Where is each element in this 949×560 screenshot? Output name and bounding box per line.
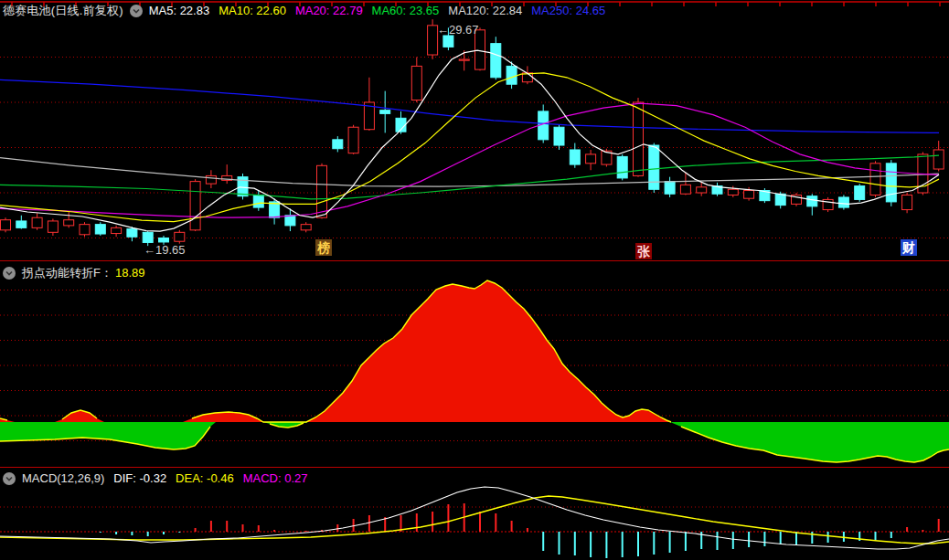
momentum-layer xyxy=(0,280,949,462)
candle xyxy=(902,193,912,213)
grid-layer xyxy=(0,58,949,238)
candle xyxy=(491,37,501,79)
macd-label-0: MACD(12,26,9) xyxy=(22,471,104,485)
candle xyxy=(617,154,627,180)
candle xyxy=(301,222,311,232)
candle xyxy=(95,222,105,236)
ma-label-4: MA120: 22.84 xyxy=(448,4,522,17)
candle xyxy=(333,136,343,152)
candle xyxy=(1,217,11,232)
momentum-down-area xyxy=(0,422,949,462)
candle xyxy=(253,191,263,211)
candle xyxy=(554,125,564,150)
candle xyxy=(175,230,185,244)
candle xyxy=(206,170,216,188)
candle xyxy=(649,143,659,193)
momentum-up-area xyxy=(0,280,949,422)
candle xyxy=(222,164,232,184)
candle xyxy=(570,143,580,168)
ma-labels: MA5: 22.83MA10: 22.60MA20: 22.79MA60: 23… xyxy=(149,4,606,17)
candle xyxy=(317,164,327,219)
candle xyxy=(48,218,58,236)
price-annotation-0: ←29.67 xyxy=(437,23,479,37)
candle xyxy=(697,183,707,196)
candle xyxy=(870,161,880,197)
stock-title: 德赛电池(日线.前复权) xyxy=(3,4,123,17)
momentum-value: 18.89 xyxy=(115,266,145,280)
macd-header: MACD(12,26,9)DIF: -0.32DEA: -0.46MACD: 0… xyxy=(3,471,308,485)
chevron-down-circle-icon[interactable] xyxy=(130,5,143,17)
candle xyxy=(522,66,532,84)
candle xyxy=(270,198,280,224)
candle xyxy=(80,222,90,237)
candle xyxy=(428,19,438,59)
candle xyxy=(665,177,675,197)
macd-layer xyxy=(0,487,949,558)
chevron-down-circle-icon[interactable] xyxy=(3,472,16,485)
chevron-down-circle-icon[interactable] xyxy=(3,267,16,280)
candle xyxy=(855,184,865,202)
ma-label-1: MA10: 22.60 xyxy=(219,4,286,17)
macd-label-2: DEA: -0.46 xyxy=(176,471,234,485)
watermark-badge-1: 张 xyxy=(635,243,652,259)
ma-label-5: MA250: 24.65 xyxy=(531,4,605,17)
candle xyxy=(64,212,74,227)
candle xyxy=(807,194,817,216)
macd-label-3: MACD: 0.27 xyxy=(243,471,308,485)
price-annotation-1: ←19.65 xyxy=(144,243,186,257)
ma-line-MA250 xyxy=(0,79,939,132)
kline-header: 德赛电池(日线.前复权) MA5: 22.83MA10: 22.60MA20: … xyxy=(3,4,605,17)
ma-label-3: MA60: 23.65 xyxy=(372,4,440,17)
candle xyxy=(32,213,42,230)
macd-label-1: DIF: -0.32 xyxy=(113,471,166,485)
candle xyxy=(238,174,248,199)
candle xyxy=(411,58,421,103)
watermark-badge-0: 榜 xyxy=(315,239,332,256)
candle xyxy=(364,78,374,131)
candle xyxy=(112,226,122,237)
ma-label-0: MA5: 22.83 xyxy=(149,4,210,17)
candle xyxy=(838,195,848,209)
watermark-badge-2: 财 xyxy=(901,239,917,256)
macd-grid xyxy=(0,507,949,532)
candle xyxy=(348,125,358,154)
candle xyxy=(396,111,406,134)
candle xyxy=(586,150,596,170)
ma-label-2: MA20: 22.79 xyxy=(295,4,363,17)
candle xyxy=(792,193,802,206)
momentum-header: 拐点动能转折F：18.89 xyxy=(3,266,145,280)
candle xyxy=(886,160,896,206)
candles-layer xyxy=(1,19,944,246)
candle xyxy=(16,216,27,229)
candle xyxy=(190,179,200,231)
candle xyxy=(823,197,833,212)
dea-line xyxy=(0,496,949,544)
chart-window: ←29.67←19.65 德赛电池(日线.前复权) MA5: 22.83MA10… xyxy=(0,0,949,560)
macd-labels: MACD(12,26,9)DIF: -0.32DEA: -0.46MACD: 0… xyxy=(22,471,308,485)
candle xyxy=(380,91,390,133)
momentum-title: 拐点动能转折F： xyxy=(22,266,112,280)
candle xyxy=(712,183,722,196)
